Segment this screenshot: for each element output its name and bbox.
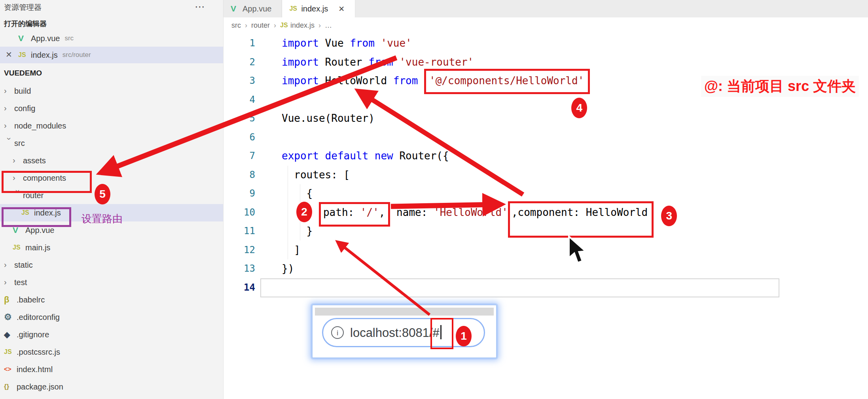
project-header[interactable]: VUEDEMO — [0, 65, 223, 82]
code-token: Router — [325, 56, 369, 68]
code-line-10[interactable]: 10 2path: '/', name: 'HelloWorld'3,compo… — [224, 203, 868, 222]
code-text: export default new Router({ — [282, 150, 449, 162]
open-editor-item-index.js[interactable]: ✕JSindex.jssrc/router — [0, 47, 223, 63]
code-token: export default new — [282, 150, 399, 162]
tree-item-.gitignore[interactable]: ◆.gitignore — [0, 326, 223, 343]
tree-item-src[interactable]: ›src — [0, 134, 223, 152]
open-editor-label: index.js — [31, 51, 58, 60]
tree-item-static[interactable]: ›static — [0, 256, 223, 274]
js-icon: JS — [280, 22, 290, 29]
tree-item-label: src — [14, 139, 25, 148]
code-token: '@/components/HelloWorld' — [429, 75, 584, 87]
annotation-box-b2: 2path: '/', — [319, 202, 390, 227]
chevron-right-icon[interactable]: › — [4, 86, 14, 95]
tree-item-label: .gitignore — [17, 330, 49, 339]
code-line-7[interactable]: 7export default new Router({ — [224, 147, 868, 166]
code-text: }) — [282, 263, 294, 274]
chevron-right-icon[interactable]: › — [4, 121, 14, 130]
tree-item-label: index.html — [17, 365, 53, 374]
breadcrumb-item[interactable]: index.js — [290, 21, 315, 30]
line-number: 1 — [224, 34, 255, 53]
more-actions-icon[interactable]: ⋯ — [195, 1, 206, 13]
annotation-box-hash — [430, 318, 453, 349]
tab-label: index.js — [301, 4, 328, 13]
breadcrumb-item[interactable]: … — [325, 21, 332, 30]
code-token: import — [282, 37, 325, 49]
chevron-right-icon[interactable]: › — [4, 278, 14, 287]
code-line-13[interactable]: 13}) — [224, 259, 868, 278]
chevron-right-icon[interactable]: › — [4, 260, 14, 269]
breadcrumb-item[interactable]: router — [251, 21, 270, 30]
tree-item-node_modules[interactable]: ›node_modules — [0, 117, 223, 134]
breadcrumb-item[interactable]: src — [231, 21, 241, 30]
code-line-9[interactable]: 9 { — [224, 184, 868, 203]
code-text: routes: [ — [282, 169, 350, 181]
line-number: 7 — [224, 147, 255, 166]
code-token: from — [368, 56, 399, 68]
code-token: HelloWorld — [325, 75, 393, 87]
tree-item-assets[interactable]: ›assets — [0, 152, 223, 169]
gear-icon: ⚙ — [4, 312, 17, 322]
chevron-right-icon[interactable]: › — [13, 156, 23, 165]
tree-item-label: build — [14, 87, 31, 96]
code-text: } — [282, 225, 313, 237]
code-token: ,component: HelloWorld — [512, 206, 648, 218]
page-info-icon[interactable]: i — [331, 326, 344, 339]
code-token: ] — [282, 244, 300, 256]
close-editor-icon[interactable]: ✕ — [6, 50, 12, 59]
open-editor-item-App.vue[interactable]: VApp.vuesrc — [0, 30, 223, 47]
tab-bar: VApp.vueJSindex.js✕ — [224, 0, 868, 17]
tree-item-index.html[interactable]: <>index.html — [0, 361, 223, 378]
tree-item-config[interactable]: ›config — [0, 100, 223, 117]
tree-item-main.js[interactable]: JSmain.js — [0, 239, 223, 256]
line-number: 6 — [224, 128, 255, 147]
code-token: path: — [323, 206, 360, 218]
tree-item-package.json[interactable]: {}package.json — [0, 378, 223, 395]
code-token: '/' — [360, 206, 379, 218]
line-number: 11 — [224, 222, 255, 241]
tree-item-.editorconfig[interactable]: ⚙.editorconfig — [0, 308, 223, 326]
code-token: Router({ — [399, 150, 449, 162]
tree-item-.postcssrc.js[interactable]: JS.postcssrc.js — [0, 343, 223, 361]
explorer-title: 资源管理器 — [0, 0, 223, 12]
code-token: }) — [282, 263, 294, 274]
annotation-box-b3: 3,component: HelloWorld — [508, 201, 654, 238]
annotation-circle-1: 1 — [456, 326, 472, 346]
tab-index.js[interactable]: JSindex.js✕ — [282, 0, 355, 17]
chevron-right-icon[interactable]: › — [4, 104, 14, 113]
code-line-1[interactable]: 1import Vue from 'vue' — [224, 34, 868, 53]
annotation-circle-3: 3 — [661, 206, 677, 226]
code-text: Vue.use(Router) — [282, 112, 375, 124]
code-line-5[interactable]: 5Vue.use(Router) — [224, 109, 868, 128]
code-line-6[interactable]: 6 — [224, 128, 868, 147]
annotation-box-b4: 4'@/components/HelloWorld' — [424, 69, 590, 94]
tree-item-label: package.json — [17, 382, 63, 391]
browser-topbar — [315, 308, 494, 316]
close-tab-icon[interactable]: ✕ — [338, 4, 345, 13]
code-token: name: — [390, 206, 434, 218]
tree-item-build[interactable]: ›build — [0, 82, 223, 100]
active-line-highlight — [260, 278, 779, 297]
line-number: 10 — [224, 203, 255, 222]
tree-item-test[interactable]: ›test — [0, 274, 223, 291]
hash-route-segment: # — [433, 326, 442, 340]
open-editor-label: App.vue — [31, 34, 60, 43]
babel-icon: β — [4, 295, 17, 305]
code-token: { — [282, 187, 313, 199]
code-line-8[interactable]: 8 routes: [ — [224, 166, 868, 185]
tab-App.vue[interactable]: VApp.vue — [224, 0, 282, 17]
open-editors-header[interactable]: 打开的编辑器 — [0, 19, 223, 30]
vue-icon: V — [231, 4, 243, 13]
tree-item-.babelrc[interactable]: β.babelrc — [0, 291, 223, 308]
code-text: import Router from 'vue-router' — [282, 56, 474, 68]
code-line-12[interactable]: 12 ] — [224, 241, 868, 260]
code-token: routes: [ — [282, 169, 350, 181]
code-token: 'vue-router' — [399, 56, 474, 68]
chevron-down-icon[interactable]: › — [5, 137, 14, 147]
explorer-sidebar: 资源管理器 ⋯ 打开的编辑器 VApp.vuesrc✕JSindex.jssrc… — [0, 0, 224, 399]
js-icon: JS — [289, 5, 301, 12]
indent-guide — [288, 166, 288, 259]
breadcrumb[interactable]: src›router›JSindex.js›… — [231, 19, 332, 32]
open-editor-path: src — [64, 34, 74, 42]
code-token: } — [282, 225, 313, 237]
